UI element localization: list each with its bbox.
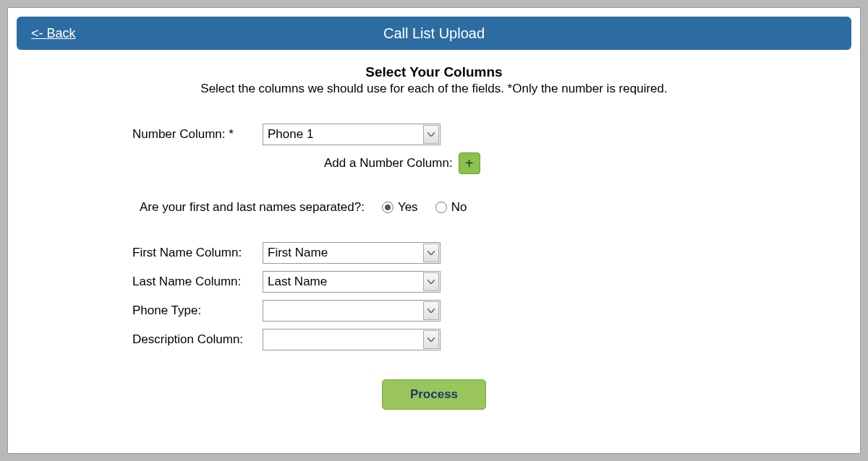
- section-description: Select the columns we should use for eac…: [17, 82, 851, 96]
- chevron-down-icon: [423, 272, 439, 291]
- radio-no-label: No: [451, 200, 467, 215]
- first-name-value: First Name: [268, 246, 328, 260]
- number-column-row: Number Column: * Phone 1: [132, 124, 851, 145]
- process-button-wrap: Process: [17, 379, 851, 410]
- last-name-select[interactable]: Last Name: [263, 271, 441, 293]
- radio-circle-icon: [382, 202, 393, 213]
- description-row: Description Column:: [132, 329, 851, 350]
- radio-dot-icon: [385, 204, 391, 210]
- add-number-button[interactable]: +: [459, 152, 480, 174]
- content-area: Select Your Columns Select the columns w…: [17, 50, 851, 410]
- radio-no[interactable]: No: [435, 200, 467, 215]
- last-name-label: Last Name Column:: [132, 275, 263, 289]
- radio-circle-icon: [435, 202, 447, 213]
- chevron-down-icon: [423, 244, 439, 262]
- last-name-row: Last Name Column: Last Name: [132, 271, 851, 293]
- first-name-select[interactable]: First Name: [263, 242, 441, 264]
- chevron-down-icon: [423, 330, 439, 349]
- chevron-down-icon: [423, 125, 439, 144]
- radio-group: Yes No: [382, 200, 467, 215]
- header-bar: <- Back Call List Upload: [17, 17, 851, 50]
- phone-type-select[interactable]: [263, 300, 441, 322]
- first-name-label: First Name Column:: [132, 246, 263, 260]
- names-separated-label: Are your first and last names separated?…: [140, 200, 365, 215]
- radio-yes-label: Yes: [398, 200, 418, 215]
- last-name-value: Last Name: [268, 275, 327, 289]
- description-label: Description Column:: [132, 332, 263, 347]
- number-column-select[interactable]: Phone 1: [263, 124, 441, 145]
- add-number-label: Add a Number Column:: [324, 156, 453, 171]
- number-column-value: Phone 1: [268, 127, 313, 142]
- process-button[interactable]: Process: [382, 379, 486, 410]
- section-title: Select Your Columns: [17, 64, 851, 80]
- main-panel: <- Back Call List Upload Select Your Col…: [7, 7, 861, 454]
- page-title: Call List Upload: [383, 25, 485, 42]
- form-area: Number Column: * Phone 1 Add a Number Co…: [132, 124, 851, 350]
- plus-icon: +: [465, 155, 474, 172]
- phone-type-row: Phone Type:: [132, 300, 851, 322]
- phone-type-label: Phone Type:: [132, 303, 263, 318]
- radio-yes[interactable]: Yes: [382, 200, 418, 215]
- first-name-row: First Name Column: First Name: [132, 242, 851, 264]
- chevron-down-icon: [423, 301, 439, 320]
- add-number-row: Add a Number Column: +: [324, 152, 851, 174]
- number-column-label: Number Column: *: [132, 127, 263, 142]
- back-link[interactable]: <- Back: [31, 26, 76, 41]
- description-select[interactable]: [263, 329, 441, 350]
- names-separated-row: Are your first and last names separated?…: [140, 200, 851, 215]
